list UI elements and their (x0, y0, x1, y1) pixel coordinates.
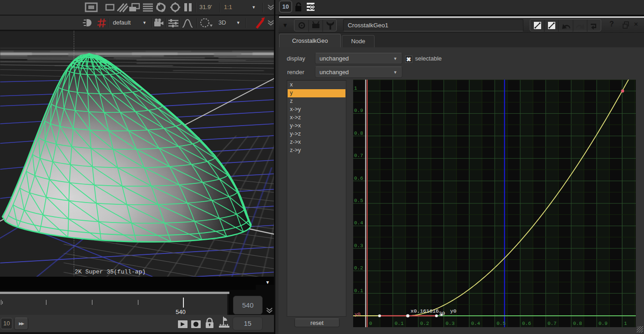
svg-text:0.9: 0.9 (354, 108, 363, 113)
svg-text:0.3: 0.3 (354, 243, 363, 248)
svg-text:0.2: 0.2 (420, 321, 429, 326)
svg-text:0.5: 0.5 (354, 198, 363, 203)
svg-text:0.1: 0.1 (395, 321, 404, 326)
svg-text:0.5: 0.5 (497, 321, 506, 326)
svg-text:0.7: 0.7 (354, 153, 363, 158)
svg-text:0.1: 0.1 (354, 288, 363, 294)
svg-text:0.9: 0.9 (598, 321, 608, 326)
svg-text:30: 30 (439, 310, 445, 316)
svg-text:0.6: 0.6 (354, 176, 363, 181)
svg-text:0.8: 0.8 (573, 321, 582, 326)
svg-text:0.4: 0.4 (471, 321, 480, 326)
svg-text:0.4: 0.4 (354, 220, 363, 226)
svg-text:1: 1 (354, 86, 357, 91)
svg-text:x0.161616: x0.161616 (411, 308, 439, 314)
svg-text:0.3: 0.3 (446, 321, 455, 326)
svg-text:0: 0 (369, 321, 372, 326)
svg-text:0.8: 0.8 (354, 131, 363, 136)
svg-text:0.2: 0.2 (354, 265, 363, 271)
svg-text:y0: y0 (355, 312, 360, 317)
svg-text:0.6: 0.6 (522, 321, 531, 326)
svg-text:1: 1 (624, 321, 627, 326)
svg-text:y0: y0 (450, 308, 456, 314)
svg-text:0.7: 0.7 (548, 321, 557, 326)
